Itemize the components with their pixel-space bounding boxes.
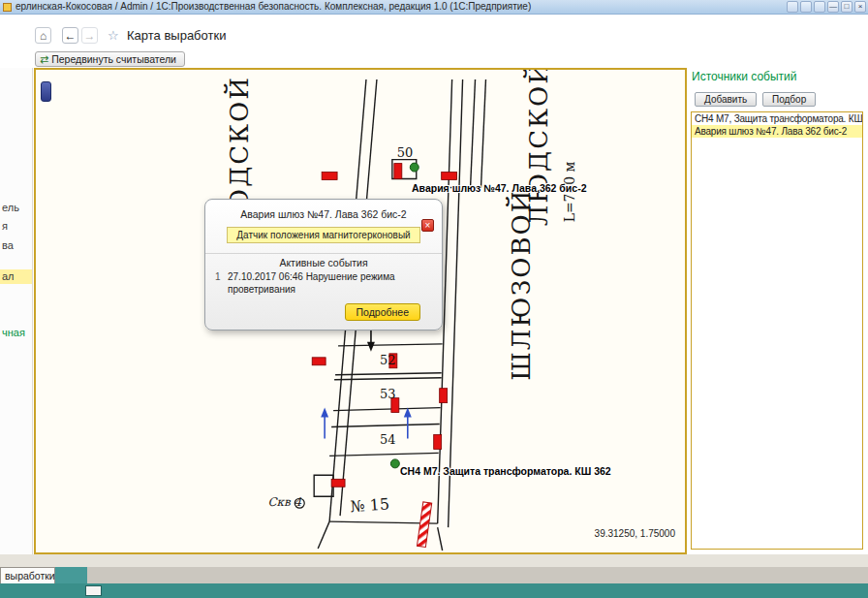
window-title: ерлинская-Кокосовая / Admin / 1С:Произво… (16, 1, 531, 12)
event-text: 27.10.2017 06:46 Нарушение режима провет… (228, 271, 426, 296)
popup-sensor-row[interactable]: Датчик положения магнитогерконовый (227, 227, 420, 243)
left-panel-sliver: ель я ва ал чная (0, 68, 33, 554)
section-label-54: 54 (380, 432, 395, 447)
popup-events-header: Активные события (205, 253, 442, 268)
status-strip (0, 554, 868, 567)
event-sources-title: Источники событий (692, 70, 796, 83)
popup-event-row: 1 27.10.2017 06:46 Нарушение режима пров… (215, 271, 432, 296)
hatched-barrier-marker[interactable] (417, 502, 431, 548)
section-label-53: 53 (380, 387, 395, 401)
tab-bar: выработки (0, 567, 868, 583)
window-controls: — □ × (787, 1, 866, 13)
section-label-50: 50 (397, 145, 413, 160)
popup-close-button[interactable]: × (421, 219, 434, 232)
event-source-dot-2[interactable] (390, 459, 399, 468)
corridor-name-middle: ШЛЮЗОВОЙ (506, 189, 536, 381)
details-button[interactable]: Подробнее (345, 303, 420, 321)
back-button[interactable]: ← (62, 27, 78, 44)
map-alarm-label-1: Авария шлюз №47. Лава 362 бис-2 (412, 182, 587, 194)
navigation-bar: ⌂ ← → ☆ Карта выработки (0, 15, 868, 48)
move-readers-icon: ⇄ (40, 53, 48, 66)
home-button[interactable]: ⌂ (35, 27, 51, 44)
pick-button[interactable]: Подбор (762, 92, 816, 107)
page-title: Карта выработки (127, 28, 226, 43)
favorite-star-icon[interactable]: ☆ (108, 28, 119, 43)
window-titlebar: ерлинская-Кокосовая / Admin / 1С:Произво… (0, 0, 868, 15)
move-readers-label: Передвинуть считыватели (51, 53, 176, 65)
event-source-dot-1[interactable] (410, 163, 418, 172)
service-icon-2[interactable] (800, 1, 812, 13)
list-item[interactable]: СН4 М7, Защита трансформатора. КШ 362 (692, 112, 862, 125)
event-popup: Авария шлюз №47. Лава 362 бис-2 × Датчик… (204, 199, 443, 330)
mine-map[interactable]: 50 52 53 54 № 15 Скв 4 ЛЮДСКОЙ 15 ЛЮДСКО… (34, 68, 687, 554)
section-label-52: 52 (380, 353, 395, 367)
left-panel-item[interactable]: ва (2, 239, 14, 251)
service-icon-1[interactable] (787, 1, 798, 13)
event-index: 1 (215, 271, 228, 296)
tab-karta-vyrabotki[interactable]: выработки (0, 567, 55, 583)
close-button[interactable]: × (854, 1, 866, 13)
list-item[interactable]: Авария шлюз №47. Лава 362 бис-2 (692, 125, 862, 138)
taskbar-item[interactable] (85, 585, 102, 596)
service-icon-3[interactable] (814, 1, 825, 13)
passage-number-label: № 15 (350, 494, 390, 516)
taskbar (0, 583, 868, 598)
map-coordinates: 39.31250, 1.75000 (595, 528, 675, 539)
left-panel-item[interactable]: чная (2, 327, 25, 338)
app-window: ерлинская-Кокосовая / Admin / 1С:Произво… (0, 0, 868, 598)
left-panel-item[interactable]: ель (2, 202, 19, 213)
map-legend-icon[interactable] (41, 81, 51, 102)
maximize-button[interactable]: □ (841, 1, 852, 13)
event-sources-panel: Источники событий Добавить Подбор СН4 М7… (690, 68, 866, 554)
minimize-button[interactable]: — (827, 1, 839, 13)
event-sources-list[interactable]: СН4 М7, Защита трансформатора. КШ 362 Ав… (691, 111, 863, 550)
forward-button[interactable]: → (81, 27, 98, 44)
left-panel-item[interactable]: ал (2, 270, 15, 282)
left-panel-item[interactable]: я (2, 220, 8, 232)
app-icon (3, 3, 12, 12)
tab-area-accent (55, 567, 87, 583)
map-alarm-label-2: СН4 М7. Защита трансформатора. КШ 362 (400, 465, 611, 477)
add-button[interactable]: Добавить (695, 92, 757, 107)
popup-title: Авария шлюз №47. Лава 362 бис-2 (205, 208, 442, 220)
move-readers-button[interactable]: ⇄ Передвинуть считыватели (35, 51, 185, 67)
